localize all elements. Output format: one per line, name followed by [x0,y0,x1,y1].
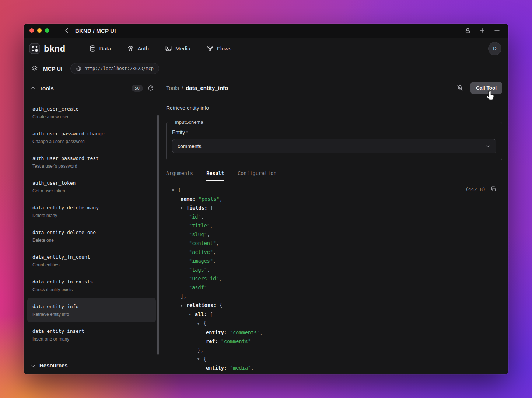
back-button[interactable] [63,27,70,34]
tools-count-badge: 50 [132,85,143,92]
breadcrumb-section[interactable]: Tools [166,85,179,91]
brand[interactable]: bknd [29,43,66,54]
tool-name: data_entity_delete_one [32,229,151,236]
hand-cursor-icon [485,90,496,102]
collapse-arrow-icon[interactable]: ▼ [197,319,203,328]
json-line: ▼{ [166,185,502,195]
chevron-up-icon[interactable] [30,85,36,91]
entity-select-value: comments [178,143,202,149]
json-line: ▼{ [166,355,502,364]
json-line: ▼{ [166,319,502,328]
tool-name: auth_user_create [32,105,151,113]
resources-section-header[interactable]: Resources [24,356,160,374]
nav-item-flows[interactable]: Flows [199,38,239,59]
collapse-arrow-icon[interactable]: ▼ [189,310,195,319]
tool-list-item[interactable]: data_entity_info Retrieve entity info [27,298,156,322]
result-tabs: Arguments Result Configuration [166,170,502,181]
avatar-initial: D [493,46,496,51]
layers-icon [31,65,38,72]
json-line: "tags", [166,265,502,274]
tool-list-item[interactable]: data_entity_delete_one Delete one [27,224,156,248]
refresh-icon [148,85,154,91]
lock-button[interactable] [465,28,471,34]
tools-sidebar: Tools 50 auth_user_create Create a new u… [24,78,160,374]
close-window-button[interactable] [29,28,34,33]
tool-name: auth_user_password_change [32,130,151,137]
json-line: ▼all: [ [166,310,502,319]
user-avatar[interactable]: D [488,42,501,55]
json-line: "slug", [166,230,502,239]
tool-list-item[interactable]: auth_user_token Get a user token [27,174,156,199]
refresh-tools-button[interactable] [148,85,154,91]
tool-name: data_entity_fn_count [32,254,151,261]
collapse-arrow-icon[interactable]: ▼ [172,186,178,195]
json-line: ref: "images" [166,372,502,374]
app-navbar: bknd Data Auth Media Flows D [24,38,508,59]
collapse-arrow-icon[interactable]: ▼ [181,203,186,212]
json-line: ], [166,292,502,301]
tool-list-item[interactable]: auth_user_create Create a new user [27,100,156,125]
json-line: ▼fields: [ [166,203,502,213]
json-line: "users_id", [166,274,502,283]
tool-name: data_entity_fn_exists [32,278,151,286]
tab-arguments[interactable]: Arguments [166,170,193,181]
tools-section-header: Tools 50 [24,78,160,98]
tab-result[interactable]: Result [206,170,224,181]
copy-icon [490,186,496,192]
flows-icon [207,45,214,52]
zoom-window-button[interactable] [45,28,49,33]
mcp-endpoint-url[interactable]: http://localhost:28623/mcp [70,63,159,74]
json-line: name: "posts", [166,195,502,203]
tool-description: Retrieve entity info [166,105,502,111]
nav-item-media[interactable]: Media [157,38,199,59]
sidebar-scrollbar[interactable] [157,115,159,355]
tool-list-item[interactable]: auth_user_password_change Change a user'… [27,125,156,150]
json-line: "active", [166,248,502,256]
nav-label: Data [99,45,111,52]
notifications-off-button[interactable] [456,84,463,91]
nav-label: Flows [217,45,231,52]
tool-description: Insert one or many [32,336,151,342]
app-window: BKND / MCP UI bknd Data Auth [24,24,508,374]
tool-detail-panel: Tools / data_entity_info Call Tool Retri… [160,78,508,374]
tool-list-item[interactable]: data_entity_delete_many Delete many [27,199,156,224]
tool-list-item[interactable]: data_entity_fn_exists Check if entity ex… [27,273,156,298]
json-line: entity: "comments", [166,328,502,337]
tool-description: Check if entity exists [32,287,151,293]
nav-item-data[interactable]: Data [81,38,119,59]
tool-name: auth_user_password_test [32,155,151,162]
json-line: "id", [166,212,502,221]
content-area: Tools 50 auth_user_create Create a new u… [24,78,508,374]
nav-label: Auth [137,45,149,52]
collapse-arrow-icon[interactable]: ▼ [181,301,186,310]
json-tree: ▼{name: "posts",▼fields: ["id","title","… [166,185,502,374]
json-line: "content", [166,239,502,248]
globe-icon [76,66,81,71]
copy-result-button[interactable] [490,186,496,192]
tab-configuration[interactable]: Configuration [238,170,277,181]
tool-description: Create a new user [32,114,151,120]
chevron-down-icon [30,363,36,369]
nav-item-auth[interactable]: Auth [119,38,157,59]
resources-section-title: Resources [39,362,68,369]
bell-slash-icon [456,84,463,91]
chevron-left-icon [63,27,70,34]
input-schema-legend: InputSchema [173,119,206,125]
tool-description: Delete one [32,238,151,243]
traffic-lights [29,28,49,33]
tool-name: data_entity_insert [32,328,151,335]
tool-list-item[interactable]: data_entity_insert Insert one or many [27,322,156,347]
brand-name: bknd [44,43,66,54]
collapse-arrow-icon[interactable]: ▼ [197,355,203,363]
nav-label: Media [175,45,190,52]
new-tab-button[interactable] [479,27,486,34]
entity-select[interactable]: comments [172,139,496,153]
tool-list-item[interactable]: data_entity_fn_count Count entities [27,248,156,273]
tool-description: Get a user token [32,188,151,194]
window-title: BKND / MCP UI [75,28,116,34]
subheader: MCP UI http://localhost:28623/mcp [24,59,508,78]
breadcrumb-current: data_entity_info [186,85,228,91]
minimize-window-button[interactable] [37,28,42,33]
menu-button[interactable] [494,27,500,34]
tool-list-item[interactable]: auth_user_password_test Test a user's pa… [27,150,156,174]
